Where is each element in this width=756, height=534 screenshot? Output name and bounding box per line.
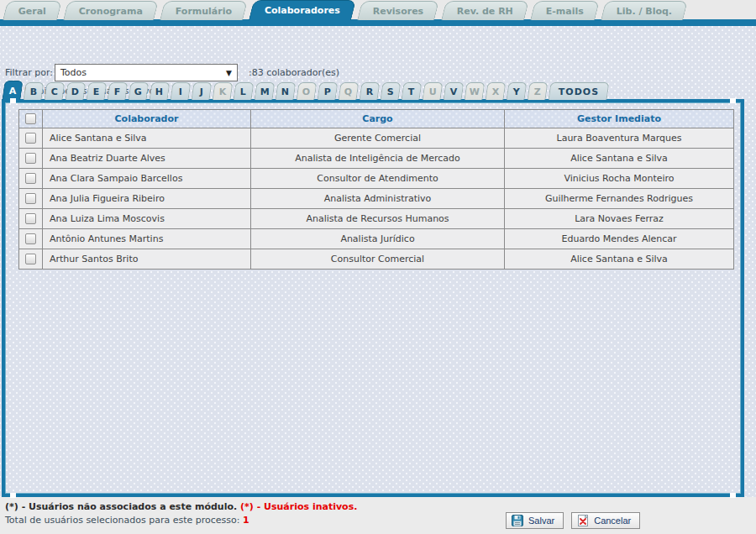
alpha-tab-r[interactable]: R — [360, 82, 381, 100]
alpha-tab-a[interactable]: A — [2, 81, 23, 100]
alpha-tab-d[interactable]: D — [66, 82, 87, 100]
row-checkbox[interactable] — [25, 173, 36, 184]
tab-label: Cronograma — [79, 6, 143, 17]
alpha-tab-p[interactable]: P — [318, 82, 339, 100]
chevron-down-icon: ▼ — [226, 69, 232, 77]
alpha-tab-label: T — [408, 86, 415, 97]
alpha-tab-label: E — [93, 86, 100, 97]
column-header-colaborador: Colaborador — [43, 110, 251, 128]
filter-dropdown-value: Todos — [60, 67, 87, 78]
save-floppy-icon — [512, 515, 523, 526]
alpha-tab-label: L — [240, 86, 246, 97]
alpha-tab-n[interactable]: N — [276, 82, 297, 100]
alpha-tab-label: H — [155, 86, 163, 97]
alpha-tab-s[interactable]: S — [381, 82, 402, 100]
alpha-tab-label: Y — [513, 86, 520, 97]
alpha-tab-label: C — [51, 86, 58, 97]
alpha-tab-e[interactable]: E — [87, 82, 108, 100]
gestor-cell: Alice Santana e Silva — [505, 249, 734, 270]
alpha-tab-label: N — [281, 86, 289, 97]
alpha-tab-label: U — [428, 86, 436, 97]
save-button[interactable]: Salvar — [506, 512, 564, 529]
tab-colaboradores[interactable]: Colaboradores — [249, 0, 356, 20]
table-row: Alice Santana e SilvaGerente ComercialLa… — [19, 128, 734, 149]
total-selected-label: Total de usuários selecionados para este… — [5, 515, 239, 526]
row-checkbox[interactable] — [25, 133, 36, 144]
row-checkbox-cell — [19, 128, 43, 149]
alpha-tab-q: Q — [339, 82, 360, 100]
tab-geral[interactable]: Geral — [3, 1, 62, 20]
tab-lib-bloq[interactable]: Lib. / Bloq. — [601, 1, 688, 20]
main-tab-strip: GeralCronogramaFormulárioColaboradoresRe… — [5, 0, 691, 20]
cargo-cell: Consultor de Atendimento — [251, 169, 505, 189]
alpha-tab-f[interactable]: F — [108, 82, 129, 100]
alpha-tab-label: X — [492, 86, 499, 97]
gestor-cell: Laura Boaventura Marques — [505, 128, 734, 149]
tab-label: Rev. de RH — [457, 6, 513, 17]
alpha-tab-k: K — [213, 82, 234, 100]
tab-rev-de-rh[interactable]: Rev. de RH — [441, 1, 529, 20]
tab-cronograma[interactable]: Cronograma — [63, 1, 159, 20]
alphabet-tab-strip: ABCDEFGHIJKLMNOPQRSTUVWXYZTODOS — [3, 81, 611, 100]
tab-label: Revisores — [373, 6, 423, 17]
row-checkbox[interactable] — [25, 254, 36, 264]
alpha-tab-i[interactable]: I — [171, 82, 192, 100]
colaboradores-screen: { "tabs": [ {"label": "Geral", "active":… — [0, 0, 756, 534]
alpha-tab-c[interactable]: C — [45, 82, 66, 100]
cancel-button[interactable]: Cancelar — [571, 512, 640, 529]
alpha-tab-y[interactable]: Y — [507, 82, 528, 100]
tab-revisores[interactable]: Revisores — [358, 1, 440, 20]
alpha-tab-label: M — [260, 86, 269, 97]
alpha-tab-z: Z — [528, 82, 549, 100]
alpha-tab-label: Z — [534, 86, 541, 97]
alpha-tab-o: O — [297, 82, 318, 100]
filter-dropdown[interactable]: Todos ▼ — [55, 64, 238, 81]
alpha-tab-label: I — [179, 86, 182, 97]
alpha-tab-v[interactable]: V — [444, 82, 465, 100]
footer: (*) - Usuários não associados a este mód… — [0, 497, 756, 534]
row-checkbox[interactable] — [25, 233, 36, 244]
alpha-tab-label: K — [219, 86, 227, 97]
tab-label: Lib. / Bloq. — [617, 6, 672, 17]
alpha-tab-label: W — [470, 86, 480, 97]
tab-label: Colaboradores — [265, 5, 340, 16]
cargo-cell: Gerente Comercial — [251, 128, 505, 149]
select-all-header-cell — [19, 110, 43, 128]
alpha-tab-todos[interactable]: TODOS — [549, 82, 610, 100]
collaborator-name-cell: Antônio Antunes Martins — [43, 229, 251, 249]
note-unassociated-users: (*) - Usuários não associados a este mód… — [5, 501, 237, 512]
panel-corner-notch — [730, 98, 736, 103]
tab-label: Geral — [18, 6, 46, 17]
cargo-cell: Analista Administrativo — [251, 189, 505, 209]
collaborators-table: ColaboradorCargoGestor Imediato Alice Sa… — [18, 109, 734, 270]
tab-formulario[interactable]: Formulário — [160, 1, 248, 20]
select-all-checkbox[interactable] — [25, 113, 36, 124]
collaborators-panel: ColaboradorCargoGestor Imediato Alice Sa… — [2, 99, 744, 497]
alpha-tab-label: F — [114, 86, 121, 97]
row-checkbox-cell — [19, 169, 43, 189]
alpha-tab-t[interactable]: T — [402, 82, 423, 100]
alpha-tab-w: W — [465, 82, 486, 100]
gestor-cell: Guilherme Fernandes Rodrigues — [505, 189, 734, 209]
alpha-tab-g[interactable]: G — [129, 82, 150, 100]
row-checkbox-cell — [19, 189, 43, 209]
cargo-cell: Analista Jurídico — [251, 229, 505, 249]
alpha-tab-l[interactable]: L — [234, 82, 255, 100]
alpha-tab-j[interactable]: J — [192, 82, 213, 100]
cancel-document-icon — [577, 515, 589, 526]
table-header-row: ColaboradorCargoGestor Imediato — [19, 110, 734, 128]
column-header-cargo: Cargo — [251, 110, 505, 128]
collaborator-name-cell: Arthur Santos Brito — [43, 249, 251, 270]
tab-e-mails[interactable]: E-mails — [530, 1, 600, 20]
gestor-cell: Lara Novaes Ferraz — [505, 209, 734, 229]
row-checkbox[interactable] — [25, 213, 36, 224]
alpha-tab-b[interactable]: B — [24, 82, 45, 100]
row-checkbox-cell — [19, 249, 43, 270]
alpha-tab-h[interactable]: H — [150, 82, 171, 100]
row-checkbox[interactable] — [25, 193, 36, 204]
collaborator-name-cell: Ana Julia Figueira Ribeiro — [43, 189, 251, 209]
accent-bar — [0, 19, 756, 26]
collaborator-name-cell: Ana Luiza Lima Moscovis — [43, 209, 251, 229]
alpha-tab-m[interactable]: M — [255, 82, 276, 100]
row-checkbox[interactable] — [25, 153, 36, 164]
